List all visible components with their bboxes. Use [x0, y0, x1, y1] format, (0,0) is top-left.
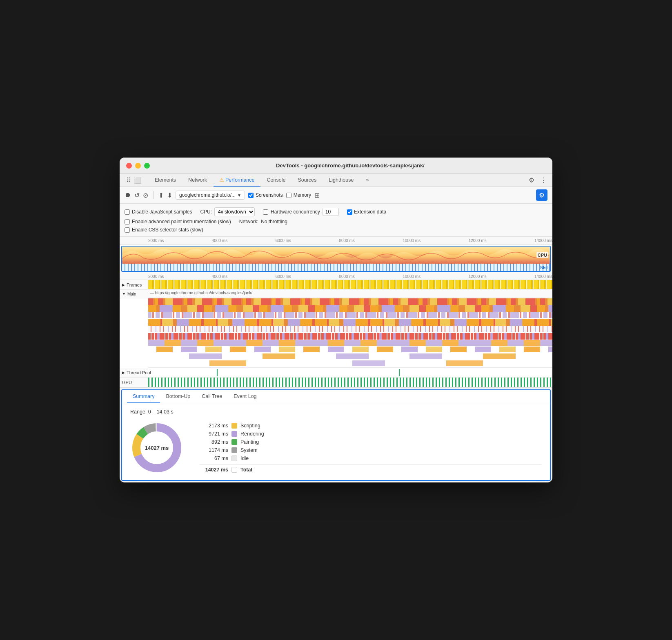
legend-row-idle: 67 ms Idle [200, 454, 542, 462]
cpu-select[interactable]: 4x slowdown [214, 207, 255, 216]
gpu-content[interactable] [148, 378, 552, 387]
gpu-bars-pattern [148, 378, 552, 387]
settings-action-icon[interactable]: ⚙ [536, 189, 547, 201]
main-url: — https://googlechrome.github.io/devtool… [148, 290, 552, 298]
flame-row-9 [148, 353, 552, 359]
ruler-mark-2: 4000 ms [212, 238, 227, 243]
system-value: 1174 ms [200, 447, 228, 453]
traffic-lights [126, 163, 150, 169]
thread-pool-label-text: Thread Pool [127, 370, 151, 375]
time-ruler-top: 2000 ms 4000 ms 6000 ms 8000 ms 10000 ms… [120, 237, 552, 245]
tabs-bar: ⠿ ⬜ Elements Network ⚠Performance Consol… [120, 174, 552, 187]
tab-event-log[interactable]: Event Log [228, 390, 262, 403]
thread-pool-track-row: ▶ Thread Pool [120, 368, 552, 378]
ruler2-mark-5: 10000 ms [403, 274, 421, 279]
legend-row-system: 1174 ms System [200, 446, 542, 454]
tab-call-tree[interactable]: Call Tree [196, 390, 228, 403]
flame-chart[interactable] [148, 298, 552, 368]
settings-icon[interactable]: ⚙ [526, 174, 537, 187]
scripting-label: Scripting [240, 423, 260, 429]
thread-pool-label[interactable]: ▶ Thread Pool [120, 368, 148, 377]
warning-icon: ⚠ [219, 177, 224, 183]
cpu-label: CPU [536, 252, 548, 258]
hw-concurrency-text: Hardware concurrency [271, 209, 320, 215]
disable-js-label: Disable JavaScript samples [125, 209, 192, 215]
tab-sources[interactable]: Sources [292, 174, 322, 187]
tab-bottom-up[interactable]: Bottom-Up [160, 390, 196, 403]
total-color [231, 467, 237, 473]
gpu-label[interactable]: GPU [120, 378, 148, 387]
reload-icon[interactable]: ↺ [134, 191, 140, 199]
ruler-mark-7: 14000 ms [534, 238, 552, 243]
tab-summary[interactable]: Summary [127, 390, 160, 403]
ruler2-mark-1: 2000 ms [148, 274, 164, 279]
main-track-row: ▼ Main — https://googlechrome.github.io/… [120, 290, 552, 298]
legend-row-total: 14027 ms Total [200, 464, 542, 474]
devtools-window: DevTools - googlechrome.github.io/devtoo… [120, 158, 552, 482]
download-icon[interactable]: ⬇ [167, 191, 172, 199]
cpu-waveform [122, 247, 550, 264]
more-options-icon[interactable]: ⋮ [538, 174, 549, 187]
hw-concurrency-input[interactable] [323, 208, 339, 216]
painting-color [231, 439, 237, 445]
tab-performance[interactable]: ⚠Performance [214, 174, 260, 187]
idle-color [231, 456, 237, 461]
screenshots-checkbox[interactable] [248, 193, 254, 198]
frames-content[interactable] [148, 280, 552, 289]
css-stats-checkbox[interactable] [125, 227, 130, 233]
tab-network[interactable]: Network [182, 174, 213, 187]
frames-label[interactable]: ▶ Frames [120, 280, 148, 289]
tab-more[interactable]: » [360, 174, 374, 187]
close-button[interactable] [126, 163, 132, 169]
ruler-mark-3: 6000 ms [276, 238, 291, 243]
main-chevron-icon: ▼ [122, 292, 126, 296]
ruler2-mark-6: 12000 ms [469, 274, 487, 279]
css-stats-label: Enable CSS selector stats (slow) [125, 227, 203, 233]
gpu-label-text: GPU [122, 380, 132, 385]
record-icon[interactable]: ⏺ [125, 191, 131, 199]
inspect-icon[interactable]: ⠿ [126, 177, 131, 184]
settings-row-3: Enable CSS selector stats (slow) [125, 226, 547, 234]
hw-concurrency-checkbox[interactable] [263, 209, 268, 215]
memory-checkbox-label: Memory [286, 192, 311, 198]
ruler2-mark-4: 8000 ms [339, 274, 354, 279]
ruler-mark-1: 2000 ms [148, 238, 164, 243]
device-icon[interactable]: ⬜ [134, 177, 142, 184]
total-value: 14027 ms [200, 467, 228, 473]
url-chevron-icon: ▼ [237, 193, 241, 198]
painting-label: Painting [240, 439, 259, 445]
flame-row-8 [148, 347, 552, 352]
tab-elements[interactable]: Elements [149, 174, 182, 187]
upload-icon[interactable]: ⬆ [158, 191, 164, 199]
memory-extra-icon[interactable]: ⊞ [314, 191, 320, 199]
tab-console[interactable]: Console [261, 174, 291, 187]
maximize-button[interactable] [144, 163, 150, 169]
thread-pool-content[interactable] [148, 368, 552, 377]
donut-label: 14027 ms [145, 445, 169, 451]
disable-js-text: Disable JavaScript samples [132, 209, 192, 215]
overview-section[interactable]: CPU NET [121, 246, 551, 272]
time-ruler-bottom: 2000 ms 4000 ms 6000 ms 8000 ms 10000 ms… [120, 273, 552, 280]
settings-rows: Disable JavaScript samples CPU: 4x slowd… [120, 204, 552, 237]
settings-row-2: Enable advanced paint instrumentation (s… [125, 218, 547, 226]
url-bar[interactable]: googlechrome.github.io/... ▼ [176, 191, 245, 200]
legend-row-painting: 892 ms Painting [200, 438, 542, 446]
adv-paint-text: Enable advanced paint instrumentation (s… [132, 219, 231, 224]
frames-label-text: Frames [127, 282, 142, 287]
gpu-track-row: GPU [120, 378, 552, 387]
rendering-label: Rendering [240, 431, 264, 437]
flame-row-6 [148, 333, 552, 340]
flame-row-7 [148, 340, 552, 346]
ext-data-checkbox[interactable] [347, 209, 352, 215]
adv-paint-checkbox[interactable] [125, 219, 130, 224]
main-label[interactable]: ▼ Main [120, 290, 148, 298]
screenshots-checkbox-label: Screenshots [248, 192, 283, 198]
frames-track-row: ▶ Frames [120, 280, 552, 290]
minimize-button[interactable] [135, 163, 141, 169]
disable-js-checkbox[interactable] [125, 209, 130, 215]
tab-lighthouse[interactable]: Lighthouse [323, 174, 359, 187]
flame-row-4 [148, 319, 552, 326]
clear-icon[interactable]: ⊘ [143, 191, 148, 199]
screenshots-label: Screenshots [256, 192, 283, 198]
memory-checkbox[interactable] [286, 193, 291, 198]
